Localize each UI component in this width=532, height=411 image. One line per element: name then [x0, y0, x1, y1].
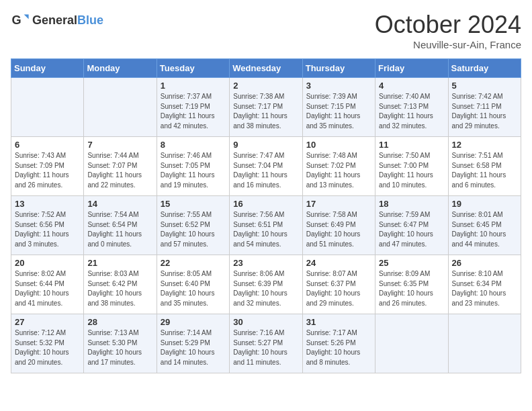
day-number: 2: [233, 81, 298, 91]
location: Neuville-sur-Ain, France: [375, 39, 521, 50]
week-row-2: 6Sunrise: 7:43 AMSunset: 7:09 PMDaylight…: [11, 137, 521, 196]
day-number: 1: [161, 81, 226, 91]
day-number: 24: [306, 258, 371, 268]
day-info: Sunrise: 7:55 AMSunset: 6:52 PMDaylight:…: [161, 210, 226, 249]
col-header-saturday: Saturday: [448, 59, 521, 78]
day-cell: 9Sunrise: 7:47 AMSunset: 7:04 PMDaylight…: [230, 137, 302, 196]
day-number: 15: [161, 199, 226, 209]
day-number: 12: [452, 140, 517, 150]
day-number: 9: [233, 140, 298, 150]
day-cell: 27Sunrise: 7:12 AMSunset: 5:32 PMDayligh…: [11, 314, 84, 373]
day-cell: 6Sunrise: 7:43 AMSunset: 7:09 PMDaylight…: [11, 137, 84, 196]
day-cell: [448, 314, 521, 373]
logo: G GeneralBlue: [11, 11, 103, 30]
day-number: 11: [379, 140, 444, 150]
col-header-tuesday: Tuesday: [157, 59, 229, 78]
day-number: 22: [161, 258, 226, 268]
day-number: 26: [452, 258, 517, 268]
day-cell: [11, 78, 84, 137]
week-row-4: 20Sunrise: 8:02 AMSunset: 6:44 PMDayligh…: [11, 255, 521, 314]
day-number: 27: [15, 317, 80, 327]
day-info: Sunrise: 7:54 AMSunset: 6:54 PMDaylight:…: [87, 210, 152, 249]
day-cell: 14Sunrise: 7:54 AMSunset: 6:54 PMDayligh…: [84, 196, 157, 255]
col-header-sunday: Sunday: [11, 59, 84, 78]
col-header-wednesday: Wednesday: [230, 59, 302, 78]
week-row-3: 13Sunrise: 7:52 AMSunset: 6:56 PMDayligh…: [11, 196, 521, 255]
day-number: 13: [15, 199, 80, 209]
week-row-1: 1Sunrise: 7:37 AMSunset: 7:19 PMDaylight…: [11, 78, 521, 137]
day-info: Sunrise: 7:14 AMSunset: 5:29 PMDaylight:…: [161, 328, 226, 367]
day-number: 6: [15, 140, 80, 150]
day-number: 14: [87, 199, 152, 209]
day-number: 17: [306, 199, 371, 209]
day-number: 28: [87, 317, 152, 327]
day-info: Sunrise: 8:07 AMSunset: 6:37 PMDaylight:…: [306, 269, 371, 308]
day-info: Sunrise: 7:42 AMSunset: 7:11 PMDaylight:…: [452, 92, 517, 131]
day-cell: 26Sunrise: 8:10 AMSunset: 6:34 PMDayligh…: [448, 255, 521, 314]
day-cell: 25Sunrise: 8:09 AMSunset: 6:35 PMDayligh…: [375, 255, 448, 314]
day-cell: 16Sunrise: 7:56 AMSunset: 6:51 PMDayligh…: [230, 196, 302, 255]
day-info: Sunrise: 7:16 AMSunset: 5:27 PMDaylight:…: [233, 328, 298, 367]
day-cell: 21Sunrise: 8:03 AMSunset: 6:42 PMDayligh…: [84, 255, 157, 314]
day-info: Sunrise: 8:05 AMSunset: 6:40 PMDaylight:…: [161, 269, 226, 308]
month-title: October 2024: [375, 11, 521, 39]
day-info: Sunrise: 8:03 AMSunset: 6:42 PMDaylight:…: [87, 269, 152, 308]
logo-icon: G: [11, 11, 30, 30]
day-number: 18: [379, 199, 444, 209]
logo-text-general: General: [32, 13, 77, 27]
day-cell: 11Sunrise: 7:50 AMSunset: 7:00 PMDayligh…: [375, 137, 448, 196]
day-cell: [84, 78, 157, 137]
day-number: 19: [452, 199, 517, 209]
day-cell: 24Sunrise: 8:07 AMSunset: 6:37 PMDayligh…: [302, 255, 375, 314]
day-cell: 7Sunrise: 7:44 AMSunset: 7:07 PMDaylight…: [84, 137, 157, 196]
day-number: 4: [379, 81, 444, 91]
day-info: Sunrise: 7:39 AMSunset: 7:15 PMDaylight:…: [306, 92, 371, 131]
day-number: 21: [87, 258, 152, 268]
day-number: 25: [379, 258, 444, 268]
day-number: 23: [233, 258, 298, 268]
day-info: Sunrise: 7:46 AMSunset: 7:05 PMDaylight:…: [161, 151, 226, 190]
day-cell: 17Sunrise: 7:58 AMSunset: 6:49 PMDayligh…: [302, 196, 375, 255]
day-cell: [375, 314, 448, 373]
day-cell: 10Sunrise: 7:48 AMSunset: 7:02 PMDayligh…: [302, 137, 375, 196]
day-info: Sunrise: 7:51 AMSunset: 6:58 PMDaylight:…: [452, 151, 517, 190]
day-info: Sunrise: 7:12 AMSunset: 5:32 PMDaylight:…: [15, 328, 80, 367]
day-cell: 20Sunrise: 8:02 AMSunset: 6:44 PMDayligh…: [11, 255, 84, 314]
col-header-friday: Friday: [375, 59, 448, 78]
day-cell: 29Sunrise: 7:14 AMSunset: 5:29 PMDayligh…: [157, 314, 229, 373]
day-cell: 13Sunrise: 7:52 AMSunset: 6:56 PMDayligh…: [11, 196, 84, 255]
day-info: Sunrise: 8:06 AMSunset: 6:39 PMDaylight:…: [233, 269, 298, 308]
day-info: Sunrise: 7:50 AMSunset: 7:00 PMDaylight:…: [379, 151, 444, 190]
logo-text-blue: Blue: [77, 13, 103, 27]
day-info: Sunrise: 7:47 AMSunset: 7:04 PMDaylight:…: [233, 151, 298, 190]
calendar-header-row: SundayMondayTuesdayWednesdayThursdayFrid…: [11, 59, 521, 78]
day-number: 10: [306, 140, 371, 150]
day-number: 20: [15, 258, 80, 268]
day-number: 29: [161, 317, 226, 327]
title-block: October 2024 Neuville-sur-Ain, France: [375, 11, 521, 50]
day-cell: 5Sunrise: 7:42 AMSunset: 7:11 PMDaylight…: [448, 78, 521, 137]
day-info: Sunrise: 7:40 AMSunset: 7:13 PMDaylight:…: [379, 92, 444, 131]
day-cell: 4Sunrise: 7:40 AMSunset: 7:13 PMDaylight…: [375, 78, 448, 137]
day-number: 31: [306, 317, 371, 327]
calendar-table: SundayMondayTuesdayWednesdayThursdayFrid…: [11, 58, 521, 373]
day-number: 5: [452, 81, 517, 91]
day-cell: 31Sunrise: 7:17 AMSunset: 5:26 PMDayligh…: [302, 314, 375, 373]
day-number: 8: [161, 140, 226, 150]
day-info: Sunrise: 8:10 AMSunset: 6:34 PMDaylight:…: [452, 269, 517, 308]
day-info: Sunrise: 7:17 AMSunset: 5:26 PMDaylight:…: [306, 328, 371, 367]
day-cell: 19Sunrise: 8:01 AMSunset: 6:45 PMDayligh…: [448, 196, 521, 255]
day-info: Sunrise: 7:56 AMSunset: 6:51 PMDaylight:…: [233, 210, 298, 249]
day-cell: 1Sunrise: 7:37 AMSunset: 7:19 PMDaylight…: [157, 78, 229, 137]
day-info: Sunrise: 7:38 AMSunset: 7:17 PMDaylight:…: [233, 92, 298, 131]
col-header-thursday: Thursday: [302, 59, 375, 78]
day-number: 30: [233, 317, 298, 327]
day-info: Sunrise: 7:52 AMSunset: 6:56 PMDaylight:…: [15, 210, 80, 249]
svg-text:G: G: [11, 13, 21, 27]
day-cell: 8Sunrise: 7:46 AMSunset: 7:05 PMDaylight…: [157, 137, 229, 196]
day-info: Sunrise: 7:48 AMSunset: 7:02 PMDaylight:…: [306, 151, 371, 190]
day-info: Sunrise: 7:58 AMSunset: 6:49 PMDaylight:…: [306, 210, 371, 249]
day-info: Sunrise: 7:13 AMSunset: 5:30 PMDaylight:…: [87, 328, 152, 367]
page-header: G GeneralBlue October 2024 Neuville-sur-…: [11, 11, 521, 50]
day-info: Sunrise: 8:09 AMSunset: 6:35 PMDaylight:…: [379, 269, 444, 308]
